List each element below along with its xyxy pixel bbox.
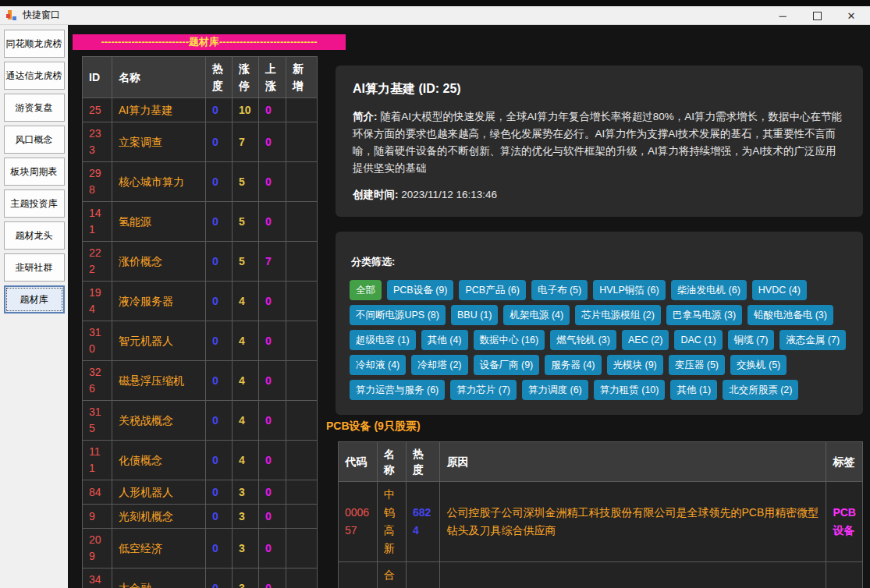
theme-cell: 4 [233,321,259,361]
filter-chip[interactable]: 超级电容 (1) [350,330,416,350]
theme-cell: 0 [206,529,233,569]
theme-cell: 核心城市算力 [112,162,206,202]
filter-chip[interactable]: 机架电源 (4) [503,305,570,325]
theme-cell: 141 [83,202,112,242]
close-button[interactable]: ✕ [834,6,868,25]
sidebar-item-9[interactable]: 题材库 [4,285,65,313]
theme-cell: 7 [259,242,286,282]
filter-chip[interactable]: 芯片电源模组 (2) [575,305,661,325]
filter-chip[interactable]: 光模块 (9) [607,355,663,375]
stock-col-header: 代码 [339,442,378,482]
filter-chip[interactable]: 液态金属 (7) [779,330,846,350]
filter-chip[interactable]: 算力运营与服务 (6) [350,380,445,400]
filter-chip[interactable]: HVDC (4) [752,280,807,300]
filter-chip[interactable]: 冷却液 (4) [350,355,406,375]
stock-cell: 603011 [339,562,378,588]
filter-chip[interactable]: 交换机 (5) [730,355,787,375]
theme-cell: 人形机器人 [112,480,206,505]
titlebar: 快捷窗口 ─ ✕ [0,6,870,25]
filter-chip[interactable]: 服务器 (4) [545,355,601,375]
sidebar-item-2[interactable]: 通达信龙虎榜 [4,62,65,90]
theme-row[interactable]: 25AI算力基建0100 [83,98,318,122]
theme-cell: 化债概念 [112,441,206,480]
theme-cell: 310 [83,321,112,361]
theme-cell: 立案调查 [112,122,206,162]
theme-row[interactable]: 9光刻机概念030 [83,505,318,529]
theme-cell: 0 [206,282,233,321]
theme-cell: 298 [83,162,112,202]
theme-row[interactable]: 298核心城市算力050 [83,162,318,202]
window-title: 快捷窗口 [23,9,60,22]
filter-chip[interactable]: 铅酸电池备电 (3) [747,305,833,325]
filter-chip[interactable]: 不间断电源UPS (8) [350,305,446,325]
theme-cell: 111 [83,441,112,480]
filter-chip[interactable]: 铜缆 (7) [728,330,775,350]
filter-chip[interactable]: 其他 (4) [421,330,468,350]
theme-row[interactable]: 326磁悬浮压缩机040 [83,361,318,401]
theme-row[interactable]: 222涨价概念057 [83,242,318,282]
filter-chip[interactable]: 算力芯片 (7) [450,380,517,400]
filter-chip[interactable]: 变压器 (5) [669,355,725,375]
theme-cell: 4 [233,401,259,441]
filter-chip[interactable]: 北交所股票 (2) [723,380,798,400]
detail-title: AI算力基建 (ID: 25) [353,81,846,97]
theme-row[interactable]: 141氢能源050 [83,202,318,242]
filter-chip[interactable]: HVLP铜箔 (6) [593,280,665,300]
theme-cell: 涨价概念 [112,242,206,282]
stock-row[interactable]: 000657中钨高新6824公司控股子公司深圳金洲精工科技股份有限公司是全球领先… [339,482,863,562]
theme-cell [286,98,318,122]
filter-chip[interactable]: PCB设备 (9) [387,280,453,300]
theme-row[interactable]: 233立案调查070 [83,122,318,162]
main-area: 同花顺龙虎榜通达信龙虎榜游资复盘风口概念板块周期表主题投资库题材龙头韭研社群题材… [0,25,870,588]
filter-chip[interactable]: BBU (1) [451,305,498,325]
sidebar-item-3[interactable]: 游资复盘 [4,94,65,122]
sidebar: 同花顺龙虎榜通达信龙虎榜游资复盘风口概念板块周期表主题投资库题材龙头韭研社群题材… [0,25,68,588]
filter-chip[interactable]: 巴拿马电源 (3) [666,305,742,325]
theme-row[interactable]: 84人形机器人030 [83,480,318,505]
sidebar-item-4[interactable]: 风口概念 [4,126,65,154]
theme-row[interactable]: 209低空经济030 [83,529,318,569]
theme-table-header-row: ID名称热度涨停上涨新增 [83,57,318,98]
detail-created: 创建时间: 2023/11/12 16:13:46 [353,188,846,202]
filter-chip[interactable]: 数据中心 (16) [474,330,545,350]
theme-row[interactable]: 111化债概念040 [83,441,318,480]
theme-row[interactable]: 194液冷服务器040 [83,282,318,321]
section-banner: --------------------------题材库-----------… [73,34,346,50]
theme-cell: 低空经济 [112,529,206,569]
theme-cell: 0 [206,122,233,162]
theme-row[interactable]: 343大金融030 [83,569,318,588]
minimize-button[interactable]: ─ [765,6,800,25]
filter-chip[interactable]: 冷却塔 (2) [411,355,467,375]
stock-cell: 4908 [406,562,439,588]
maximize-button[interactable] [800,6,834,25]
theme-cell: 5 [233,162,259,202]
detail-created-label: 创建时间: [353,189,399,200]
sidebar-item-7[interactable]: 题材龙头 [4,221,65,250]
sidebar-item-8[interactable]: 韭研社群 [4,253,65,282]
filter-chip[interactable]: AEC (2) [622,330,669,350]
filter-chip[interactable]: 电子布 (5) [531,280,588,300]
filter-chip-all[interactable]: 全部 [350,280,382,300]
filter-chip[interactable]: 燃气轮机 (3) [550,330,616,350]
app-icon [6,10,17,21]
stock-row[interactable]: 603011合锻智能4908公司在电子领域定制开发了层压机生产线，主要用于 PC… [339,562,863,588]
sidebar-item-1[interactable]: 同花顺龙虎榜 [4,30,65,58]
filter-chip[interactable]: PCB产品 (6) [459,280,525,300]
filter-chip[interactable]: DAC (1) [674,330,722,350]
filter-chip[interactable]: 其他 (1) [670,380,717,400]
theme-row[interactable]: 315关税战概念040 [83,401,318,441]
sidebar-item-6[interactable]: 主题投资库 [4,190,65,218]
theme-cell: 0 [206,480,233,505]
stock-col-header: 名称 [377,442,406,482]
filter-chip[interactable]: 柴油发电机 (6) [671,280,747,300]
theme-cell: 0 [259,321,286,361]
stock-cell: 公司控股子公司深圳金洲精工科技股份有限公司是全球领先的PCB用精密微型钻头及刀具… [440,482,826,562]
theme-row[interactable]: 310智元机器人040 [83,321,318,361]
filter-chip[interactable]: 算力租赁 (10) [594,380,666,400]
filter-chip[interactable]: 算力调度 (6) [522,380,588,400]
theme-cell [286,321,318,361]
filter-chip[interactable]: 设备厂商 (9) [474,355,540,375]
sidebar-item-5[interactable]: 板块周期表 [4,158,65,186]
stock-cell: PCB设备 [826,562,863,588]
theme-cell [286,401,318,441]
